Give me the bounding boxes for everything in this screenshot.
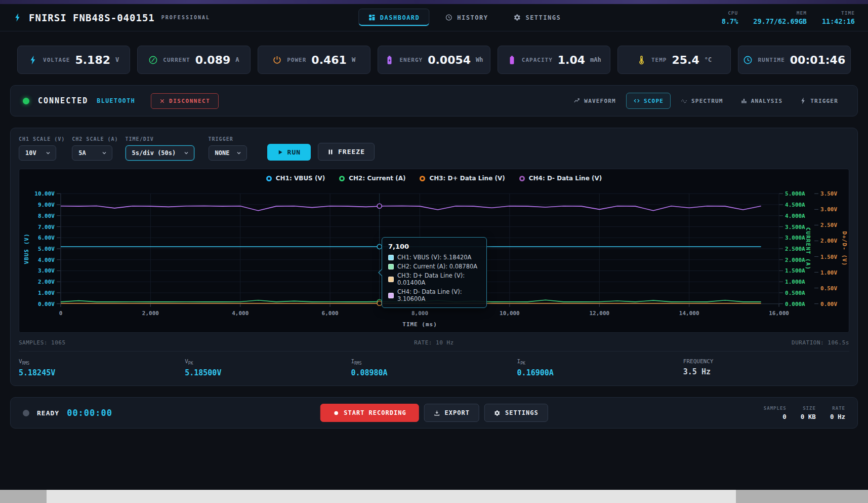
ch2-scale-select-group: CH2 SCALE (A)5A xyxy=(72,136,118,161)
tooltip-row: CH2: Current (A): 0.08780A xyxy=(388,263,480,270)
chevron-down-icon xyxy=(183,150,189,156)
export-button[interactable]: EXPORT xyxy=(424,404,479,422)
measurement-ipk: IPK0.16900A xyxy=(517,358,683,377)
trigger-select-group: TRIGGERNONE xyxy=(209,136,247,161)
legend-item-ch3[interactable]: CH3: D+ Data Line (V) xyxy=(420,175,505,182)
tab-history[interactable]: HISTORY xyxy=(435,9,498,26)
metric-card-temp: TEMP25.4°C xyxy=(617,46,730,74)
tooltip-text: CH4: D- Data Line (V): 3.10600A xyxy=(397,288,480,302)
metric-card-current: CURRENT0.089A xyxy=(137,46,250,74)
metric-label: CAPACITY xyxy=(522,57,553,63)
app-title: FNIRSI FNB48S-040151 xyxy=(29,12,155,23)
select-value: 5s/div (50s) xyxy=(132,149,176,157)
svg-text:3.00V: 3.00V xyxy=(820,206,837,213)
svg-text:6.00V: 6.00V xyxy=(38,235,55,241)
recording-status-label: READY xyxy=(37,409,59,417)
mode-tab-scope[interactable]: SCOPE xyxy=(626,93,671,109)
metric-label: TEMP xyxy=(651,57,667,63)
capture-meta-row: SAMPLES: 1065 RATE: 10 Hz DURATION: 106.… xyxy=(19,339,849,352)
bolt-icon xyxy=(800,97,807,104)
svg-text:VBUS (V): VBUS (V) xyxy=(23,233,30,264)
timediv-select[interactable]: 5s/div (50s) xyxy=(126,145,194,161)
tooltip-text: CH1: VBUS (V): 5.18420A xyxy=(397,254,471,261)
connection-transport-label: BLUETOOTH xyxy=(97,97,135,104)
svg-text:4.00V: 4.00V xyxy=(38,257,55,263)
metric-value: 25.4 xyxy=(672,54,699,66)
scope-panel: CH1 SCALE (V)10VCH2 SCALE (A)5ATIME/DIV5… xyxy=(10,128,858,386)
tab-label: DASHBOARD xyxy=(380,14,420,21)
legend-label: CH4: D- Data Line (V) xyxy=(529,175,602,182)
metric-card-voltage: VOLTAGE5.182V xyxy=(17,46,130,74)
measurement-frequency: FREQUENCY3.5 Hz xyxy=(683,358,849,377)
tab-label: SETTINGS xyxy=(525,14,561,21)
legend-item-ch4[interactable]: CH4: D- Data Line (V) xyxy=(519,175,602,182)
svg-text:0.50V: 0.50V xyxy=(820,285,837,292)
measurement-irms: IRMS0.08980A xyxy=(351,358,517,377)
metric-card-power: POWER0.461W xyxy=(258,46,370,74)
ch1-scale-select[interactable]: 10V xyxy=(19,145,56,161)
metric-label: VOLTAGE xyxy=(43,57,70,63)
measurement-vrms: VRMS5.18245V xyxy=(19,358,185,377)
svg-text:14,000: 14,000 xyxy=(679,310,699,317)
connection-status-group: CONNECTED BLUETOOTH DISCONNECT xyxy=(23,93,219,109)
svg-text:10.00V: 10.00V xyxy=(34,190,55,197)
spectrum-icon xyxy=(681,97,688,104)
select-value: 5A xyxy=(78,149,86,157)
tab-settings[interactable]: SETTINGS xyxy=(504,9,570,26)
samples-label: SAMPLES: 1065 xyxy=(19,339,296,346)
rec-stat-rate: RATE0 Hz xyxy=(830,406,845,420)
start-recording-button[interactable]: START RECORDING xyxy=(320,404,419,422)
scope-controls: CH1 SCALE (V)10VCH2 SCALE (A)5ATIME/DIV5… xyxy=(19,136,849,161)
tooltip-swatch xyxy=(388,293,394,298)
legend-item-ch2[interactable]: CH2: Current (A) xyxy=(339,175,405,182)
freeze-button[interactable]: FREEZE xyxy=(318,143,375,161)
svg-text:9.00V: 9.00V xyxy=(38,202,55,208)
app-badge: PROFESSIONAL xyxy=(161,15,210,20)
bolt-logo-icon xyxy=(13,11,22,24)
svg-text:0.000A: 0.000A xyxy=(785,301,805,307)
mode-tab-waveform[interactable]: WAVEFORM xyxy=(566,93,623,109)
metric-unit: W xyxy=(352,56,355,63)
svg-text:1.000A: 1.000A xyxy=(785,279,805,285)
brand: FNIRSI FNB48S-040151 PROFESSIONAL xyxy=(13,11,210,24)
svg-text:8.00V: 8.00V xyxy=(38,213,55,219)
svg-text:CURRENT (A): CURRENT (A) xyxy=(805,227,811,270)
mode-tab-trigger[interactable]: TRIGGER xyxy=(793,93,845,109)
control-label: CH2 SCALE (A) xyxy=(72,136,118,142)
tooltip-row: CH4: D- Data Line (V): 3.10600A xyxy=(388,288,480,302)
series-line-ch4 xyxy=(61,206,761,211)
recording-settings-button[interactable]: SETTINGS xyxy=(484,404,548,422)
legend-ring xyxy=(519,176,525,181)
dashboard-icon xyxy=(368,14,376,21)
trigger-select[interactable]: NONE xyxy=(209,145,247,161)
tab-dashboard[interactable]: DASHBOARD xyxy=(358,9,430,26)
voltage-bolt-icon xyxy=(28,55,38,65)
metric-value: 0.0054 xyxy=(428,54,471,66)
mode-tab-analysis[interactable]: ANALYSIS xyxy=(733,93,790,109)
ch2-scale-select[interactable]: 5A xyxy=(72,145,112,161)
sys-stat-mem: MEM29.77/62.69GB xyxy=(753,10,807,25)
energy-battery-bolt-icon xyxy=(385,55,394,65)
svg-text:2.50V: 2.50V xyxy=(820,222,837,228)
chevron-down-icon xyxy=(101,150,107,156)
scope-icon xyxy=(633,97,640,104)
svg-text:4,000: 4,000 xyxy=(232,310,249,317)
metric-label: POWER xyxy=(287,57,306,63)
capacity-battery-icon xyxy=(507,55,517,65)
run-button[interactable]: RUN xyxy=(267,144,311,161)
disconnect-button[interactable]: DISCONNECT xyxy=(151,93,219,109)
history-icon xyxy=(445,14,452,21)
chevron-down-icon xyxy=(236,150,242,156)
scrollbar-thumb[interactable] xyxy=(47,490,736,503)
chart-tooltip: 7,100 CH1: VBUS (V): 5.18420ACH2: Curren… xyxy=(382,237,487,308)
metric-card-capacity: CAPACITY1.04mAh xyxy=(498,46,610,74)
legend-item-ch1[interactable]: CH1: VBUS (V) xyxy=(266,175,325,182)
sys-stat-time: TIME11:42:16 xyxy=(822,10,855,25)
mode-tab-spectrum[interactable]: SPECTRUM xyxy=(674,93,730,109)
main-tabs: DASHBOARDHISTORYSETTINGS xyxy=(358,4,570,31)
svg-text:12,000: 12,000 xyxy=(589,310,609,317)
svg-text:0.00V: 0.00V xyxy=(820,301,837,307)
temp-thermometer-icon xyxy=(637,55,646,65)
system-stats: CPU8.7%MEM29.77/62.69GBTIME11:42:16 xyxy=(722,10,855,25)
control-label: TIME/DIV xyxy=(126,136,194,142)
